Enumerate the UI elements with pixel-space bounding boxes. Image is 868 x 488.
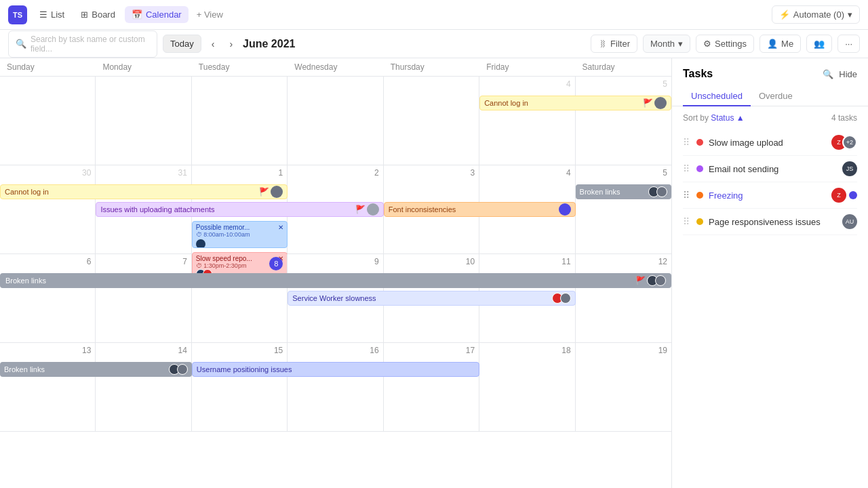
search-icon: 🔍 — [16, 39, 26, 49]
hide-panel-button[interactable]: Hide — [839, 69, 857, 79]
task-panel: Tasks 🔍 Hide Unscheduled Overdue Sort by… — [671, 58, 868, 488]
drag-handle-icon[interactable]: ⠿ — [683, 137, 690, 148]
avatar-pm — [196, 239, 205, 248]
day-cell-may28[interactable] — [96, 77, 191, 165]
day-cell-5[interactable]: 5 — [576, 165, 671, 253]
avatar-1 — [271, 186, 283, 198]
sort-field-link[interactable]: Status — [711, 113, 734, 123]
day-header-tue: Tuesday — [192, 58, 288, 76]
task-assignee-2: JS — [842, 161, 857, 176]
day-cell-13[interactable]: 13 — [0, 343, 96, 431]
task-status-dot — [696, 139, 703, 146]
more-button[interactable]: ··· — [837, 35, 860, 53]
day-cell-16[interactable]: 16 — [288, 343, 383, 431]
week-row-1: 30 31 1 2 3 4 5 Cannot log in 🚩 Issues w… — [0, 165, 671, 254]
day-cell-12[interactable]: 12 — [576, 254, 671, 342]
group-icon[interactable]: 👥 — [806, 35, 832, 53]
nav-tab-list-label: List — [51, 9, 64, 20]
day-cell-sat-pre[interactable]: 5 — [576, 77, 671, 165]
avatar-bl6 — [177, 364, 188, 375]
task-panel-actions: 🔍 Hide — [823, 69, 857, 79]
tab-unscheduled[interactable]: Unscheduled — [683, 87, 751, 106]
day-cell-15[interactable]: 15 — [192, 343, 288, 431]
day-cell-may31[interactable] — [384, 77, 479, 165]
app-icon: TS — [8, 5, 27, 24]
avatar-t3: Z — [831, 188, 846, 203]
list-item[interactable]: ⠿ Page responsiveness issues AU — [683, 209, 857, 235]
list-item[interactable]: ⠿ Slow image upload Z +2 — [683, 129, 857, 156]
flag-icon-bl: 🚩 — [635, 276, 646, 285]
task-assignee: Z +2 — [831, 135, 857, 150]
task-name-4: Page responsiveness issues — [709, 217, 837, 227]
nav-tab-calendar[interactable]: 📅 Calendar — [125, 6, 189, 23]
task-name-3: Freezing — [709, 190, 826, 201]
day-cell-may30[interactable] — [288, 77, 383, 165]
day-cell-17[interactable]: 17 — [384, 343, 479, 431]
nav-tab-board[interactable]: ⊞ Board — [74, 6, 122, 23]
day-cell-may29[interactable] — [192, 77, 288, 165]
avatar-bl4 — [655, 275, 666, 286]
day-header-thu: Thursday — [384, 58, 479, 76]
search-box[interactable]: 🔍 Search by task name or custom field... — [8, 30, 157, 58]
nav-tab-list[interactable]: ☰ List — [33, 6, 71, 23]
day-cell-8[interactable]: 8 — [192, 254, 288, 342]
top-right-actions: ⚡ Automate (0) ▾ — [772, 5, 860, 24]
tab-overdue[interactable]: Overdue — [751, 87, 801, 106]
drag-handle-icon-2[interactable]: ⠿ — [683, 163, 690, 174]
flag-icon-1: 🚩 — [259, 187, 269, 197]
task-count: 4 tasks — [831, 113, 857, 123]
task-name-2: Email not sending — [709, 164, 837, 174]
day-header-sat: Saturday — [576, 58, 671, 76]
day-cell-fri-pre[interactable]: 4 — [479, 77, 575, 165]
avatar-sw2 — [560, 293, 571, 304]
event-broken-links-w2[interactable]: Broken links 🚩 — [0, 273, 671, 288]
filter-button[interactable]: ⧚ Filter — [591, 35, 637, 53]
drag-handle-icon-4[interactable]: ⠿ — [683, 216, 690, 227]
day-header-mon: Monday — [96, 58, 191, 76]
filter-label: Filter — [610, 39, 630, 49]
event-username-pos[interactable]: Username positioning issues — [192, 362, 479, 377]
task-assignee-4: AU — [842, 214, 857, 229]
event-issues-upload[interactable]: Issues with uploading attachments 🚩 — [96, 202, 383, 217]
drag-handle-icon-3[interactable]: ⠿ — [683, 190, 690, 201]
list-item[interactable]: ⠿ Freezing Z — [683, 182, 857, 209]
month-button[interactable]: Month ▾ — [643, 35, 690, 53]
day-cell-14[interactable]: 14 — [96, 343, 191, 431]
week-row-2: 6 7 8 9 10 11 12 Broken links 🚩 — [0, 254, 671, 343]
task-assignee-3: Z — [831, 188, 846, 203]
event-possible-memory[interactable]: Possible memor... ✕ ⏱ 8:00am-10:00am — [192, 221, 288, 248]
day-cell-7[interactable]: 7 — [96, 254, 191, 342]
list-item[interactable]: ⠿ Email not sending JS — [683, 156, 857, 182]
toolbar-right: ⧚ Filter Month ▾ ⚙ Settings 👤 Me 👥 ··· — [591, 35, 860, 53]
event-broken-links-w3[interactable]: Broken links — [0, 362, 192, 377]
top-nav: TS ☰ List ⊞ Board 📅 Calendar + View ⚡ Au… — [0, 0, 868, 30]
task-sort-bar: Sort by Status ▲ 4 tasks — [672, 106, 868, 129]
day-cell-18[interactable]: 18 — [479, 343, 575, 431]
event-cannot-log-0[interactable]: Cannot log in 🚩 — [479, 96, 671, 110]
task-status-dot-3 — [696, 192, 703, 199]
settings-button[interactable]: ⚙ Settings — [696, 35, 754, 53]
next-arrow[interactable]: › — [224, 35, 237, 53]
event-service-worker[interactable]: Service Worker slowness — [288, 291, 575, 306]
day-cell-may27[interactable] — [0, 77, 96, 165]
list-icon: ☰ — [39, 9, 47, 20]
prev-arrow[interactable]: ‹ — [207, 35, 220, 53]
sort-by-label: Sort by — [683, 113, 709, 123]
event-font-inconsistencies[interactable]: Font inconsistencies — [384, 202, 576, 217]
add-view-button[interactable]: + View — [191, 6, 229, 23]
automate-label: Automate (0) — [793, 9, 844, 20]
me-button[interactable]: 👤 Me — [760, 35, 801, 53]
today-button[interactable]: Today — [163, 35, 201, 53]
day-cell-6[interactable]: 6 — [0, 254, 96, 342]
avatar-bl2 — [656, 186, 667, 197]
day-cell-19[interactable]: 19 — [576, 343, 671, 431]
event-broken-links-sat[interactable]: Broken links — [576, 184, 671, 199]
avatar-t1b: +2 — [842, 135, 857, 150]
avatar-t4: AU — [842, 214, 857, 229]
task-panel-title: Tasks — [683, 68, 713, 80]
filter-icon: ⧚ — [598, 39, 607, 49]
event-cannot-log-1[interactable]: Cannot log in 🚩 — [0, 184, 288, 199]
search-tasks-icon[interactable]: 🔍 — [823, 69, 833, 79]
day-cell-30[interactable]: 30 — [0, 165, 96, 253]
automate-button[interactable]: ⚡ Automate (0) ▾ — [772, 5, 860, 24]
